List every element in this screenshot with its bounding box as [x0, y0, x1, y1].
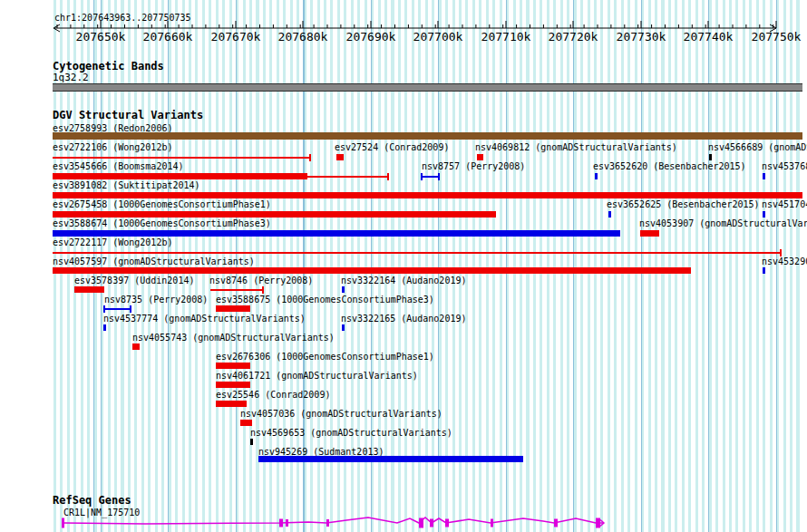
- variant-glyph[interactable]: [53, 192, 802, 198]
- variant-label[interactable]: nsv4055743 (gnomADStructuralVariants): [132, 333, 335, 343]
- variant-glyph[interactable]: [210, 289, 263, 291]
- section-title-refseq-genes: RefSeq Genes: [53, 495, 131, 507]
- variant-glyph[interactable]: [74, 286, 104, 293]
- variant-glyph[interactable]: [53, 173, 307, 179]
- gene-exon-glyph[interactable]: [279, 519, 283, 527]
- variant-label[interactable]: nsv4569653 (gnomADStructuralVariants): [250, 428, 452, 438]
- variant-glyph[interactable]: [250, 439, 253, 445]
- variant-label[interactable]: nsv451704: [762, 199, 807, 209]
- variant-label[interactable]: nsv453290: [762, 256, 807, 266]
- variant-glyph[interactable]: [53, 230, 620, 237]
- variant-glyph[interactable]: [53, 252, 781, 254]
- variant-label[interactable]: nsv3322165 (Audano2019): [341, 314, 466, 324]
- variant-glyph-end-tick[interactable]: [438, 173, 440, 180]
- variant-glyph[interactable]: [216, 382, 250, 388]
- variant-glyph[interactable]: [216, 305, 250, 312]
- variant-glyph[interactable]: [103, 324, 106, 331]
- gene-exon-glyph[interactable]: [596, 518, 600, 528]
- variant-label[interactable]: esv3545666 (Boomsma2014): [53, 161, 184, 171]
- variant-label[interactable]: nsv4537774 (gnomADStructuralVariants): [103, 314, 306, 324]
- variant-glyph[interactable]: [477, 154, 483, 160]
- variant-label[interactable]: esv25546 (Conrad2009): [216, 390, 330, 400]
- variant-label[interactable]: nsv4069812 (gnomADStructuralVariants): [475, 142, 677, 152]
- variant-glyph[interactable]: [763, 173, 765, 179]
- variant-label[interactable]: esv27524 (Conrad2009): [335, 142, 449, 152]
- variant-glyph[interactable]: [608, 211, 611, 218]
- genome-browser: chr1:207643963..207750735 207650k207660k…: [0, 0, 807, 532]
- variant-label[interactable]: nsv4057036 (gnomADStructuralVariants): [240, 409, 442, 419]
- variant-glyph[interactable]: [307, 176, 388, 178]
- variant-glyph[interactable]: [53, 157, 310, 159]
- variant-glyph[interactable]: [240, 420, 252, 426]
- variant-glyph[interactable]: [421, 176, 440, 178]
- variant-label[interactable]: esv2675458 (1000GenomesConsortiumPhase1): [53, 199, 271, 209]
- variant-glyph-end-tick[interactable]: [130, 305, 131, 313]
- variant-glyph[interactable]: [763, 267, 765, 274]
- variant-label[interactable]: esv2676306 (1000GenomesConsortiumPhase1): [216, 352, 434, 362]
- variant-glyph[interactable]: [342, 324, 345, 331]
- variant-glyph[interactable]: [342, 286, 345, 293]
- variant-label[interactable]: esv3588675 (1000GenomesConsortiumPhase3): [216, 295, 434, 305]
- variant-label[interactable]: nsv4566689 (gnomADStructuralVariants): [708, 142, 807, 152]
- gene-exon-glyph[interactable]: [326, 519, 329, 527]
- gene-exon-glyph[interactable]: [286, 519, 288, 527]
- gene-exon-glyph[interactable]: [419, 518, 423, 528]
- variant-glyph[interactable]: [595, 173, 598, 179]
- variant-glyph[interactable]: [53, 267, 691, 274]
- variant-label[interactable]: esv3652625 (Besenbacher2015): [607, 199, 760, 209]
- gene-exon-glyph[interactable]: [554, 519, 558, 527]
- variant-label[interactable]: esv3891082 (Suktitipat2014): [53, 180, 200, 190]
- gene-exon-glyph[interactable]: [445, 519, 449, 527]
- variant-glyph[interactable]: [709, 154, 712, 160]
- variant-glyph[interactable]: [640, 230, 659, 237]
- variant-glyph[interactable]: [336, 154, 344, 160]
- variant-label[interactable]: nsv4053907 (gnomADStructuralVariants): [639, 218, 807, 228]
- variant-glyph[interactable]: [216, 401, 247, 407]
- variant-glyph-start-tick[interactable]: [103, 305, 105, 313]
- variant-label[interactable]: nsv3322164 (Audano2019): [341, 276, 466, 285]
- variant-glyph[interactable]: [763, 211, 765, 218]
- gene-intron-line[interactable]: [63, 517, 604, 524]
- gene-exon-glyph[interactable]: [491, 519, 493, 527]
- variant-glyph-end-tick[interactable]: [387, 173, 389, 180]
- variant-glyph-end-tick[interactable]: [780, 249, 782, 256]
- variant-glyph-end-tick[interactable]: [262, 286, 264, 294]
- variants-layer: esv2758993 (Redon2006)esv2722106 (Wong20…: [0, 0, 807, 532]
- gene-exon-glyph[interactable]: [430, 519, 433, 527]
- variant-label[interactable]: nsv8757 (Perry2008): [422, 161, 525, 171]
- variant-label[interactable]: esv3588674 (1000GenomesConsortiumPhase3): [53, 218, 271, 228]
- variant-label[interactable]: nsv8746 (Perry2008): [209, 276, 313, 285]
- gene-model-glyph[interactable]: [0, 513, 807, 531]
- variant-label[interactable]: esv3652620 (Besenbacher2015): [593, 161, 746, 171]
- variant-glyph-start-tick[interactable]: [421, 173, 423, 180]
- variant-glyph-end-tick[interactable]: [309, 154, 311, 161]
- variant-label[interactable]: nsv453768: [762, 161, 807, 171]
- variant-glyph[interactable]: [53, 211, 496, 218]
- variant-label[interactable]: esv3578397 (Uddin2014): [74, 276, 194, 285]
- variant-label[interactable]: nsv8735 (Perry2008): [104, 295, 208, 305]
- variant-glyph[interactable]: [132, 343, 140, 350]
- gene-exon-glyph[interactable]: [62, 518, 64, 528]
- variant-glyph[interactable]: [258, 456, 523, 462]
- variant-label[interactable]: esv2722106 (Wong2012b): [53, 142, 172, 152]
- variant-glyph[interactable]: [216, 363, 250, 369]
- variant-label[interactable]: nsv4061721 (gnomADStructuralVariants): [216, 371, 418, 381]
- variant-label[interactable]: nsv4057597 (gnomADStructuralVariants): [53, 256, 255, 266]
- variant-label[interactable]: esv2722117 (Wong2012b): [53, 237, 172, 247]
- variant-glyph[interactable]: [103, 308, 131, 310]
- variant-glyph[interactable]: [53, 132, 802, 140]
